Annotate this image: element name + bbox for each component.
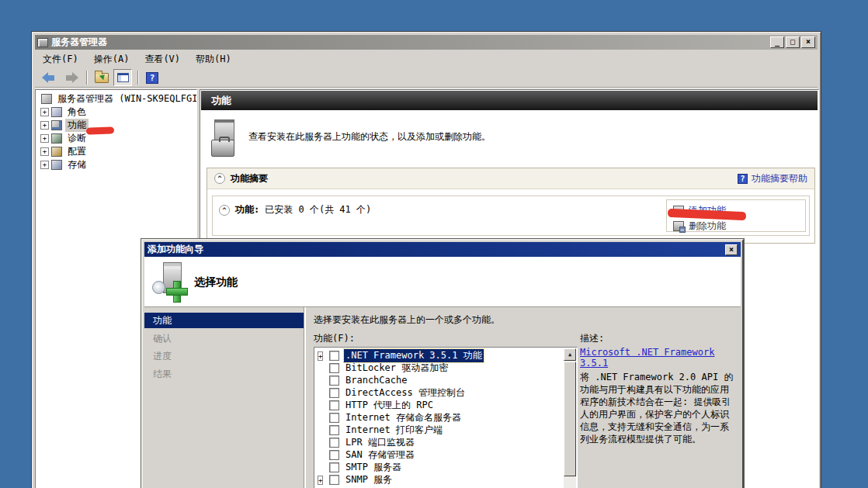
description-text: 将 .NET Framework 2.0 API 的功能与用于构建具有以下功能的… (580, 371, 734, 445)
feature-row[interactable]: DirectAccess 管理控制台 (318, 386, 577, 399)
scroll-up-icon[interactable]: ▲ (564, 348, 576, 361)
expand-icon[interactable]: + (40, 108, 49, 116)
expand-icon[interactable]: + (40, 121, 49, 130)
tree-item-roles[interactable]: + 角色 (36, 106, 196, 119)
description-label: 描述: (580, 332, 604, 345)
tree-item-label: 功能 (65, 119, 89, 132)
feature-row[interactable]: HTTP 代理上的 RPC (318, 399, 577, 411)
feature-checkbox[interactable] (329, 475, 339, 485)
tree-item-label: 配置 (65, 145, 89, 158)
menu-file[interactable]: 文件(F) (35, 51, 86, 67)
expand-icon[interactable]: + (318, 351, 323, 361)
tree-item-features[interactable]: + 功能 (36, 119, 196, 132)
feature-label[interactable]: .NET Framework 3.5.1 功能 (344, 349, 484, 362)
feature-label[interactable]: BranchCache (344, 375, 408, 386)
console-screen-icon (117, 73, 129, 82)
show-folder-icon[interactable] (95, 73, 109, 83)
feature-label[interactable]: LPR 端口监视器 (344, 436, 416, 449)
tree-item-label: 存储 (65, 158, 89, 171)
menu-action[interactable]: 操作(A) (86, 51, 137, 67)
back-icon[interactable] (42, 73, 57, 82)
feature-label[interactable]: SNMP 服务 (344, 473, 394, 486)
features-row-value: 已安装 0 个(共 41 个) (265, 203, 371, 216)
minimize-button[interactable]: _ (770, 36, 784, 48)
menu-help[interactable]: 帮助(H) (188, 51, 239, 67)
expand-icon[interactable]: + (40, 134, 49, 143)
step-features[interactable]: 功能 (144, 313, 304, 328)
diagnostics-icon (51, 133, 62, 144)
remove-features-row[interactable]: − 删除功能 (673, 218, 799, 234)
collapse-chevron-icon[interactable]: ^ (214, 173, 225, 184)
feature-label[interactable]: Internet 打印客户端 (344, 424, 444, 437)
features-summary-panel: ^ 功能摘要 ? 功能摘要帮助 ^ 功能: 已安装 0 个(共 41 个) (207, 168, 815, 244)
feature-label[interactable]: BitLocker 驱动器加密 (344, 362, 450, 375)
help-icon[interactable]: ? (146, 72, 158, 84)
tree-root[interactable]: 服务器管理器 (WIN-SK9EQLFGIL (36, 92, 196, 106)
feature-checkbox[interactable] (329, 425, 339, 435)
feature-label[interactable]: DirectAccess 管理控制台 (344, 386, 467, 400)
feature-row[interactable]: SAN 存储管理器 (318, 448, 577, 461)
close-button[interactable]: × (801, 36, 815, 48)
features-toolbox-icon (211, 119, 239, 160)
feature-row[interactable]: Internet 打印客户端 (318, 424, 577, 436)
remove-features-link[interactable]: 删除功能 (689, 220, 726, 233)
window-title-bar[interactable]: 服务器管理器 _ □ × (35, 35, 818, 50)
feature-checkbox[interactable] (329, 438, 339, 448)
feature-checkbox[interactable] (329, 376, 339, 386)
dialog-title-bar[interactable]: 添加功能向导 × (144, 242, 741, 257)
tree-item-label: 角色 (65, 106, 89, 119)
feature-label[interactable]: Internet 存储命名服务器 (344, 411, 463, 424)
roles-icon (51, 107, 62, 117)
expand-icon[interactable]: + (318, 476, 323, 485)
console-view-icon[interactable] (113, 69, 132, 86)
dialog-close-button[interactable]: × (725, 244, 738, 255)
feature-checkbox[interactable] (329, 462, 339, 472)
tree-item-storage[interactable]: + 存储 (36, 158, 196, 171)
feature-checkbox[interactable] (329, 388, 339, 398)
feature-row[interactable]: LPR 端口监视器 (318, 436, 577, 448)
expand-icon[interactable]: + (40, 161, 49, 169)
feature-row[interactable]: + SNMP 服务 (318, 473, 577, 486)
toolbar: ? (35, 67, 818, 88)
server-manager-icon (37, 38, 48, 47)
feature-label[interactable]: SAN 存储管理器 (344, 448, 416, 462)
description-panel: Microsoft .NET Framework 3.5.1 将 .NET Fr… (580, 347, 734, 445)
tree-item-diagnostics[interactable]: + 诊断 (36, 132, 196, 145)
features-listbox[interactable]: + .NET Framework 3.5.1 功能 BitLocker 驱动器加… (314, 347, 578, 488)
collapse-chevron-icon[interactable]: ^ (219, 205, 230, 216)
tree-item-configuration[interactable]: + 配置 (36, 145, 196, 158)
scrollbar-thumb[interactable] (564, 362, 576, 476)
menu-view[interactable]: 查看(V) (137, 51, 188, 67)
feature-checkbox[interactable] (329, 363, 339, 373)
features-list-label: 功能(F): (314, 332, 355, 345)
feature-row[interactable]: + .NET Framework 3.5.1 功能 (318, 349, 577, 362)
features-summary-title: 功能摘要 (231, 172, 268, 185)
feature-row[interactable]: Internet 存储命名服务器 (318, 411, 577, 424)
feature-row[interactable]: BitLocker 驱动器加密 (318, 362, 577, 374)
dialog-heading: 选择功能 (194, 275, 238, 289)
feature-row[interactable]: BranchCache (318, 374, 577, 386)
features-summary-help-link[interactable]: 功能摘要帮助 (752, 172, 807, 185)
maximize-button[interactable]: □ (786, 36, 800, 48)
feature-row[interactable]: SMTP 服务器 (318, 461, 577, 473)
scrollbar[interactable]: ▲ (564, 348, 576, 488)
tree-root-label: 服务器管理器 (WIN-SK9EQLFGIL (55, 92, 197, 106)
storage-icon (51, 160, 62, 170)
feature-label[interactable]: HTTP 代理上的 RPC (344, 399, 435, 412)
description-link[interactable]: Microsoft .NET Framework 3.5.1 (580, 347, 734, 369)
content-intro: 查看安装在此服务器上功能的状态，以及添加或删除功能。 (248, 130, 491, 144)
feature-checkbox[interactable] (329, 413, 339, 423)
features-icon (51, 120, 62, 130)
features-summary-header: ^ 功能摘要 ? 功能摘要帮助 (207, 168, 814, 189)
window-title: 服务器管理器 (51, 36, 107, 49)
feature-checkbox[interactable] (329, 351, 339, 361)
feature-label[interactable]: SMTP 服务器 (344, 461, 403, 474)
menu-bar: 文件(F) 操作(A) 查看(V) 帮助(H) (35, 51, 818, 67)
feature-checkbox[interactable] (329, 400, 339, 410)
dialog-header: 选择功能 (144, 257, 741, 307)
add-features-wizard-dialog: 添加功能向导 × 选择功能 功能 确认 进度 结果 选择要安装在此服务器上的一个… (141, 239, 744, 488)
forward-icon[interactable] (64, 73, 78, 82)
expand-icon[interactable]: + (40, 147, 49, 156)
help-icon: ? (738, 174, 748, 184)
feature-checkbox[interactable] (329, 450, 339, 460)
